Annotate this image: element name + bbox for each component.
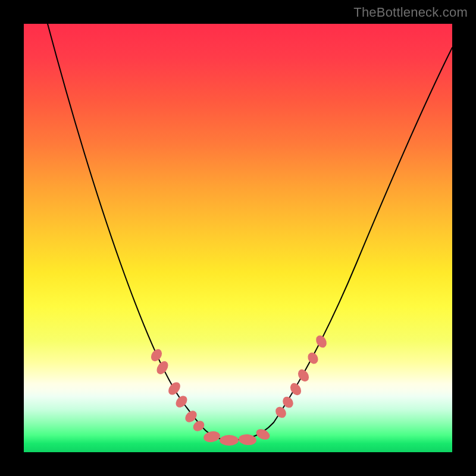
chart-frame: TheBottleneck.com [0, 0, 476, 476]
data-marker [166, 380, 183, 397]
data-marker [238, 433, 257, 446]
data-marker [314, 333, 329, 349]
data-marker [255, 427, 272, 442]
plot-area [24, 24, 452, 452]
data-marker [288, 381, 303, 397]
data-marker [203, 430, 221, 444]
data-marker [273, 405, 288, 420]
data-marker [149, 347, 164, 363]
bottleneck-curve [48, 24, 452, 440]
data-marker [155, 359, 171, 377]
data-marker [220, 435, 239, 446]
data-marker [306, 350, 320, 365]
data-marker [296, 367, 311, 383]
chart-svg [24, 24, 452, 452]
watermark-text: TheBottleneck.com [353, 5, 468, 20]
data-marker [191, 419, 206, 434]
